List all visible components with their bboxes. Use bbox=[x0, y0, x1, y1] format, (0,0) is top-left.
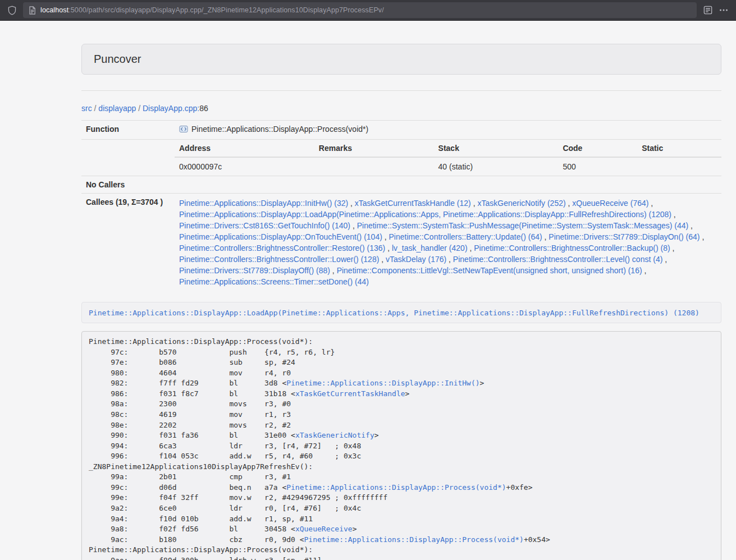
selected-symbol-link[interactable]: Pinetime::Applications::DisplayApp::Load… bbox=[89, 309, 700, 317]
disassembly-symbol-link[interactable]: xTaskGenericNotify bbox=[295, 431, 374, 439]
callee-link[interactable]: Pinetime::Drivers::St7789::DisplayOn() (… bbox=[548, 232, 700, 241]
disassembly-symbol-link[interactable]: Pinetime::Applications::DisplayApp::Proc… bbox=[304, 535, 524, 544]
callee-link[interactable]: Pinetime::Applications::DisplayApp::Load… bbox=[179, 210, 671, 219]
no-callers-row: No Callers bbox=[81, 176, 721, 194]
stats-table: AddressRemarksStackCodeStatic 0x0000097c… bbox=[175, 140, 721, 176]
function-table: Function Pinetime::Applications::Display… bbox=[81, 120, 721, 291]
browser-toolbar: localhost:5000/path/src/displayapp/Displ… bbox=[0, 0, 736, 21]
function-icon bbox=[179, 125, 188, 135]
function-row: Function Pinetime::Applications::Display… bbox=[81, 121, 721, 140]
stats-column-header: Remarks bbox=[314, 140, 434, 157]
stats-column-header: Address bbox=[175, 140, 314, 157]
stats-value bbox=[314, 157, 434, 176]
stats-column-header: Code bbox=[558, 140, 637, 157]
disassembly: Pinetime::Applications::DisplayApp::Proc… bbox=[81, 331, 721, 560]
breadcrumb-separator: / bbox=[136, 104, 143, 113]
function-name: Pinetime::Applications::DisplayApp::Proc… bbox=[191, 125, 368, 134]
shield-icon[interactable] bbox=[8, 6, 16, 15]
stats-column-header: Stack bbox=[434, 140, 559, 157]
disassembly-symbol-link[interactable]: xTaskGetCurrentTaskHandle bbox=[295, 389, 405, 398]
stats-header-row: AddressRemarksStackCodeStatic bbox=[175, 140, 721, 157]
page-title: Puncover bbox=[94, 53, 709, 66]
stats-row: AddressRemarksStackCodeStatic 0x0000097c… bbox=[81, 140, 721, 176]
callee-link[interactable]: vTaskDelay (176) bbox=[386, 255, 446, 264]
stats-value bbox=[637, 157, 721, 176]
reader-mode-icon[interactable] bbox=[703, 6, 712, 15]
disassembly-symbol-link[interactable]: Pinetime::Applications::DisplayApp::Proc… bbox=[286, 483, 506, 492]
breadcrumb-separator: / bbox=[92, 104, 99, 113]
selected-symbol-box: Pinetime::Applications::DisplayApp::Load… bbox=[81, 302, 721, 323]
divider bbox=[81, 90, 721, 91]
callee-link[interactable]: xTaskGetCurrentTaskHandle (12) bbox=[355, 199, 471, 208]
disassembly-symbol-link[interactable]: Pinetime::Applications::DisplayApp::Init… bbox=[286, 379, 479, 387]
breadcrumb-link[interactable]: displayapp bbox=[98, 104, 136, 113]
menu-icon[interactable] bbox=[719, 6, 728, 14]
callees-label: Callees (19, Σ=3704 ) bbox=[81, 194, 175, 292]
disassembly-symbol-link[interactable]: xQueueReceive bbox=[295, 525, 353, 533]
callees-row: Callees (19, Σ=3704 ) Pinetime::Applicat… bbox=[81, 194, 721, 292]
callee-link[interactable]: Pinetime::Controllers::BrightnessControl… bbox=[453, 255, 662, 264]
callee-link[interactable]: lv_task_handler (420) bbox=[392, 244, 468, 253]
stats-column-header: Static bbox=[637, 140, 721, 157]
stats-value: 500 bbox=[558, 157, 637, 176]
breadcrumb-line-number: 86 bbox=[199, 104, 208, 113]
stats-value-row: 0x0000097c40 (static)500 bbox=[175, 157, 721, 176]
callee-link[interactable]: Pinetime::Controllers::BrightnessControl… bbox=[179, 244, 385, 253]
callee-link[interactable]: Pinetime::Controllers::BrightnessControl… bbox=[179, 255, 379, 264]
breadcrumb-link[interactable]: DisplayApp.cpp: bbox=[143, 104, 199, 113]
url-bar[interactable]: localhost:5000/path/src/displayapp/Displ… bbox=[23, 2, 697, 18]
callee-link[interactable]: xTaskGenericNotify (252) bbox=[477, 199, 565, 208]
function-row-label: Function bbox=[81, 121, 175, 140]
disassembly-code: Pinetime::Applications::DisplayApp::Proc… bbox=[89, 337, 550, 560]
callee-link[interactable]: Pinetime::Controllers::BrightnessControl… bbox=[474, 244, 670, 253]
url-text: localhost:5000/path/src/displayapp/Displ… bbox=[40, 6, 384, 14]
url-host: localhost bbox=[40, 6, 68, 14]
callee-link[interactable]: Pinetime::Applications::DisplayApp::Init… bbox=[179, 199, 348, 208]
callees-cell: Pinetime::Applications::DisplayApp::Init… bbox=[175, 194, 721, 292]
callee-link[interactable]: Pinetime::System::SystemTask::PushMessag… bbox=[357, 221, 689, 230]
stats-value: 0x0000097c bbox=[175, 157, 314, 176]
stats-value: 40 (static) bbox=[434, 157, 559, 176]
no-callers-label: No Callers bbox=[81, 176, 175, 194]
callee-link[interactable]: Pinetime::Controllers::Battery::Update()… bbox=[389, 232, 542, 241]
url-path: :5000/path/src/displayapp/DisplayApp.cpp… bbox=[68, 6, 384, 14]
site-header: Puncover bbox=[81, 44, 721, 75]
callee-link[interactable]: Pinetime::Applications::DisplayApp::OnTo… bbox=[179, 232, 382, 241]
page-icon bbox=[29, 6, 36, 15]
callee-link[interactable]: Pinetime::Components::LittleVgl::SetNewT… bbox=[337, 266, 642, 275]
callee-link[interactable]: Pinetime::Drivers::Cst816S::GetTouchInfo… bbox=[179, 221, 350, 230]
callee-link[interactable]: Pinetime::Drivers::St7789::DisplayOff() … bbox=[179, 266, 330, 275]
page-content: Puncover src / displayapp / DisplayApp.c… bbox=[0, 44, 736, 560]
breadcrumb-link[interactable]: src bbox=[81, 104, 92, 113]
callee-link[interactable]: Pinetime::Applications::Screens::Timer::… bbox=[179, 277, 369, 286]
callee-link[interactable]: xQueueReceive (764) bbox=[572, 199, 648, 208]
breadcrumb: src / displayapp / DisplayApp.cpp:86 bbox=[81, 103, 721, 114]
